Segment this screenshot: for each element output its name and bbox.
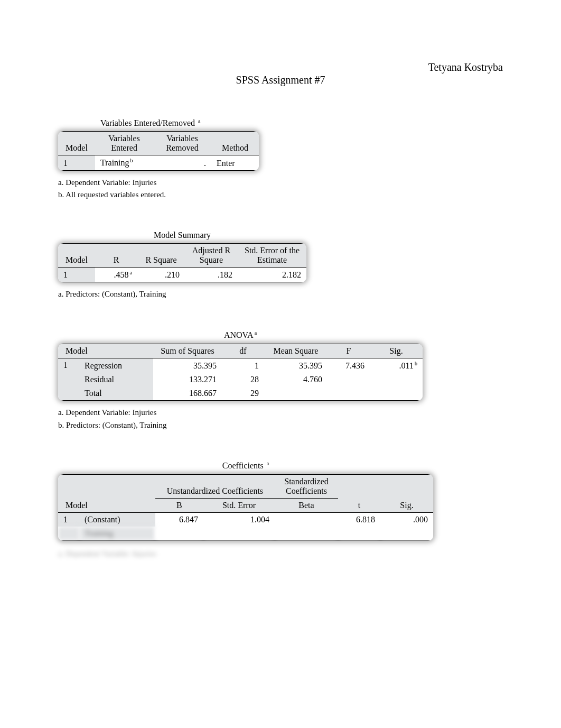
table-coefficients: Coefficients a Model Unstandardized Coef…: [58, 460, 503, 558]
page-title: SPSS Assignment #7: [58, 74, 503, 86]
varent-footnote-a: a. Dependent Variable: Injuries: [58, 177, 503, 189]
cell-t-const: 6.818: [338, 512, 380, 527]
cell-b-train: [155, 527, 203, 541]
col-df: df: [222, 344, 264, 358]
cell-removed: .: [153, 155, 211, 170]
varent-caption-sup: a: [198, 118, 200, 124]
cell-ss-reg: 35.395: [153, 358, 222, 373]
cell-ms-res: 4.760: [264, 373, 328, 386]
cell-ms-reg: 35.395: [264, 358, 328, 373]
cell-f-tot: [328, 386, 370, 401]
cell-beta-const: [275, 512, 338, 527]
cell-label-train: Training: [79, 527, 155, 541]
cell-sig-tot: [370, 386, 423, 401]
varent-caption: Variables Entered/Removed: [100, 118, 195, 127]
col-removed: Variables Removed: [153, 132, 211, 155]
col-se: Std. Error: [203, 498, 275, 512]
anova-caption-sup: a: [255, 330, 257, 336]
cell-adjrsq: .182: [185, 268, 238, 282]
col-rsq: R Square: [137, 244, 185, 268]
cell-sig-reg: .011b: [370, 358, 423, 373]
cell-f-reg: 7.436: [328, 358, 370, 373]
cell-entered-text: Training: [100, 159, 129, 168]
col-see: Std. Error of the Estimate: [238, 244, 306, 268]
cell-model: 1: [58, 268, 95, 282]
cell-sig-reg-sup: b: [415, 361, 417, 366]
col-b: B: [155, 498, 203, 512]
coef-footnote-hidden: a. Dependent Variable: Injuries: [58, 549, 503, 558]
anova-footnote-b: b. Predictors: (Constant), Training: [58, 420, 503, 431]
cell-model-1: 1: [58, 512, 79, 527]
cell-t-train: [338, 527, 380, 541]
cell-df-reg: 1: [222, 358, 264, 373]
col-sig: Sig.: [370, 344, 423, 358]
cell-df-res: 28: [222, 373, 264, 386]
col-t: t: [338, 474, 380, 512]
coef-caption: Coefficients: [222, 462, 264, 471]
col-entered: Variables Entered: [95, 132, 153, 155]
cell-model-2: [58, 373, 79, 386]
col-r: R: [95, 244, 137, 268]
cell-label-tot: Total: [79, 386, 153, 401]
col-model: Model: [58, 474, 155, 512]
cell-r-val: .458: [114, 270, 129, 279]
cell-model: 1: [58, 155, 95, 170]
modsum-footnote-a: a. Predictors: (Constant), Training: [58, 289, 503, 300]
cell-model-1: 1: [58, 358, 79, 373]
cell-r-sup: a: [130, 270, 132, 275]
anova-footnote-a: a. Dependent Variable: Injuries: [58, 407, 503, 419]
varent-footnote-b: b. All requested variables entered.: [58, 189, 503, 201]
author-name: Tetyana Kostryba: [428, 61, 503, 73]
cell-sig-const: .000: [380, 512, 433, 527]
col-sig: Sig.: [380, 474, 433, 512]
table-variables-entered: Variables Entered/Removed a Model Variab…: [58, 118, 503, 201]
col-adjrsq: Adjusted R Square: [185, 244, 238, 268]
modsum-caption: Model Summary: [154, 231, 211, 239]
col-model: Model: [58, 132, 95, 155]
cell-ss-tot: 168.667: [153, 386, 222, 401]
cell-rsq: .210: [137, 268, 185, 282]
cell-sig-reg-val: .011: [399, 361, 414, 370]
cell-sig-train: [380, 527, 433, 541]
col-beta: Beta: [275, 498, 338, 512]
cell-df-tot: 29: [222, 386, 264, 401]
cell-entered: Trainingb: [95, 155, 153, 170]
document-page: Tetyana Kostryba SPSS Assignment #7 Vari…: [0, 0, 561, 595]
col-unstd: Unstandardized Coefficients: [155, 474, 275, 498]
col-f: F: [328, 344, 370, 358]
col-ss: Sum of Squares: [153, 344, 222, 358]
table-model-summary: Model Summary Model R R Square Adjusted …: [58, 231, 503, 300]
cell-sig-res: [370, 373, 423, 386]
cell-r: .458a: [95, 268, 137, 282]
cell-se-train: [203, 527, 275, 541]
col-model: Model: [58, 344, 153, 358]
cell-model-2: [58, 527, 79, 541]
col-method: Method: [211, 132, 259, 155]
cell-method: Enter: [211, 155, 259, 170]
table-anova: ANOVAa Model Sum of Squares df Mean Squa…: [58, 330, 503, 431]
cell-model-3: [58, 386, 79, 401]
anova-caption: ANOVA: [224, 331, 254, 340]
col-ms: Mean Square: [264, 344, 328, 358]
cell-label-reg: Regression: [79, 358, 153, 373]
cell-beta-train: [275, 527, 338, 541]
cell-see: 2.182: [238, 268, 306, 282]
col-model: Model: [58, 244, 95, 268]
cell-label-const: (Constant): [79, 512, 155, 527]
cell-b-const: 6.847: [155, 512, 203, 527]
cell-f-res: [328, 373, 370, 386]
coef-caption-sup: a: [267, 460, 269, 466]
cell-ss-res: 133.271: [153, 373, 222, 386]
cell-ms-tot: [264, 386, 328, 401]
cell-label-res: Residual: [79, 373, 153, 386]
cell-entered-sup: b: [130, 158, 133, 163]
cell-se-const: 1.004: [203, 512, 275, 527]
col-std: Standardized Coefficients: [275, 474, 338, 498]
